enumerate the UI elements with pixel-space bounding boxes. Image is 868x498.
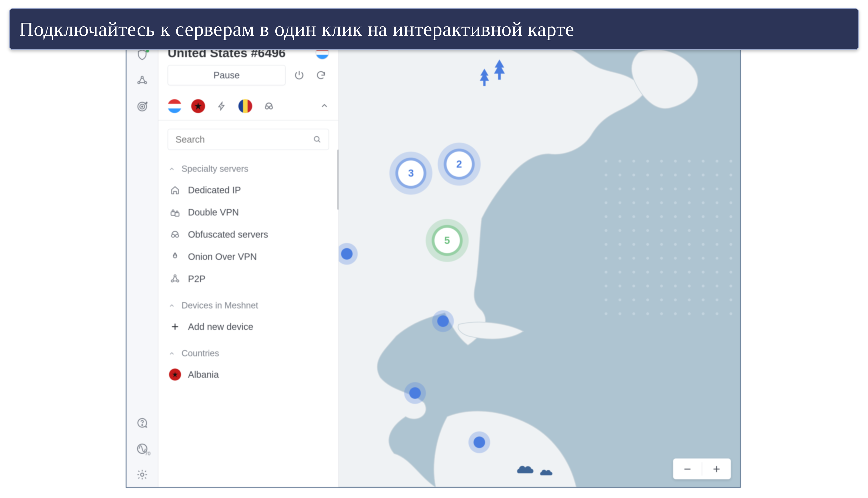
map-cluster[interactable]: 3: [398, 160, 424, 186]
refresh-button[interactable]: [313, 67, 329, 83]
server-panel: United States #6496 Pause: [158, 39, 339, 487]
nav-iconbar: 70: [127, 39, 158, 487]
list-item-label: Onion Over VPN: [188, 251, 257, 262]
specialty-item-onion[interactable]: Onion Over VPN: [168, 246, 329, 268]
svg-rect-11: [171, 212, 175, 215]
svg-point-2: [145, 82, 147, 84]
meshnet-section: Devices in Meshnet Add new device: [158, 292, 338, 340]
specialty-item-obfuscated[interactable]: Obfuscated servers: [168, 223, 329, 246]
map-node[interactable]: [474, 436, 485, 448]
svg-point-7: [141, 473, 144, 476]
svg-point-0: [141, 76, 143, 78]
specialty-section-header[interactable]: Specialty servers: [168, 159, 329, 179]
albania-flag-icon: [169, 368, 181, 381]
countries-section-header[interactable]: Countries: [168, 343, 329, 364]
section-title: Devices in Meshnet: [182, 301, 258, 311]
svg-rect-12: [175, 213, 179, 216]
specialty-item-double-vpn[interactable]: Double VPN: [168, 201, 329, 223]
svg-point-17: [177, 280, 179, 282]
tree-icon: [491, 60, 508, 82]
chevron-up-icon: [168, 302, 176, 309]
world-map[interactable]: 3 2 5 − +: [339, 39, 740, 487]
svg-point-9: [269, 106, 272, 109]
section-title: Countries: [182, 349, 219, 358]
svg-point-1: [138, 82, 140, 84]
search-icon: [313, 135, 321, 144]
onion-icon: [169, 251, 181, 263]
list-item-label: Albania: [188, 369, 219, 380]
collapse-shortcuts-button[interactable]: [320, 101, 329, 111]
caption-banner: Подключайтесь к серверам в один клик на …: [9, 8, 859, 50]
meshnet-icon[interactable]: [135, 74, 149, 88]
search-row: [168, 129, 329, 150]
list-item-label: Double VPN: [188, 207, 239, 218]
country-item-albania[interactable]: Albania: [168, 364, 329, 385]
bush-icon: [517, 462, 535, 474]
zoom-control: − +: [673, 458, 731, 479]
map-cluster-active[interactable]: 5: [434, 228, 460, 253]
help-icon[interactable]: [135, 416, 149, 430]
list-item-label: P2P: [188, 274, 206, 284]
pause-row: Pause: [158, 60, 338, 92]
map-node[interactable]: [409, 387, 421, 399]
tree-icon: [477, 69, 491, 88]
cluster-count: 5: [444, 235, 450, 246]
vpn-app-window: 70 United States #6496 Pause: [126, 38, 741, 488]
list-item-label: Obfuscated servers: [188, 230, 268, 240]
settings-icon[interactable]: [135, 468, 149, 482]
specialty-item-p2p[interactable]: P2P: [168, 268, 329, 290]
svg-point-14: [175, 234, 179, 237]
list-item-label: Dedicated IP: [188, 185, 241, 195]
obfuscated-shortcut[interactable]: [262, 99, 276, 113]
meshnet-section-header[interactable]: Devices in Meshnet: [168, 296, 329, 316]
cluster-count: 3: [408, 167, 414, 179]
activity-icon[interactable]: 70: [135, 442, 149, 456]
map-node[interactable]: [341, 248, 353, 260]
countries-section: Countries Albania: [158, 340, 338, 388]
shield-icon[interactable]: [135, 48, 149, 62]
albania-flag-shortcut[interactable]: [191, 99, 205, 113]
home-icon: [169, 184, 181, 196]
lightning-shortcut[interactable]: [215, 99, 229, 113]
svg-point-6: [142, 425, 143, 425]
zoom-out-button[interactable]: −: [673, 458, 702, 479]
section-title: Specialty servers: [182, 164, 248, 174]
map-cluster[interactable]: 2: [447, 152, 472, 177]
search-input[interactable]: [175, 134, 308, 145]
chevron-up-icon: [168, 166, 176, 172]
svg-point-5: [142, 106, 143, 107]
power-button[interactable]: [291, 67, 307, 83]
specialty-section: Specialty servers Dedicated IP Double VP…: [158, 155, 338, 292]
decorative-dots: [599, 154, 738, 316]
specialty-item-dedicated-ip[interactable]: Dedicated IP: [168, 179, 329, 201]
us-flag-shortcut[interactable]: [168, 99, 182, 113]
svg-point-16: [171, 280, 173, 282]
svg-point-13: [172, 234, 174, 237]
p2p-icon: [169, 273, 181, 285]
bush-icon: [540, 466, 554, 476]
romania-flag-shortcut[interactable]: [238, 99, 252, 113]
add-device-button[interactable]: Add new device: [168, 316, 329, 338]
shortcut-row: [158, 92, 338, 120]
double-lock-icon: [169, 206, 181, 218]
svg-point-8: [265, 106, 268, 109]
plus-icon: [169, 321, 181, 333]
chevron-up-icon: [168, 350, 176, 357]
obfuscated-icon: [169, 228, 181, 240]
zoom-in-button[interactable]: +: [702, 458, 731, 479]
list-item-label: Add new device: [188, 322, 253, 332]
pause-button[interactable]: Pause: [168, 65, 286, 85]
cluster-count: 2: [457, 158, 462, 170]
caption-text: Подключайтесь к серверам в один клик на …: [19, 17, 574, 41]
target-icon[interactable]: [135, 100, 149, 114]
